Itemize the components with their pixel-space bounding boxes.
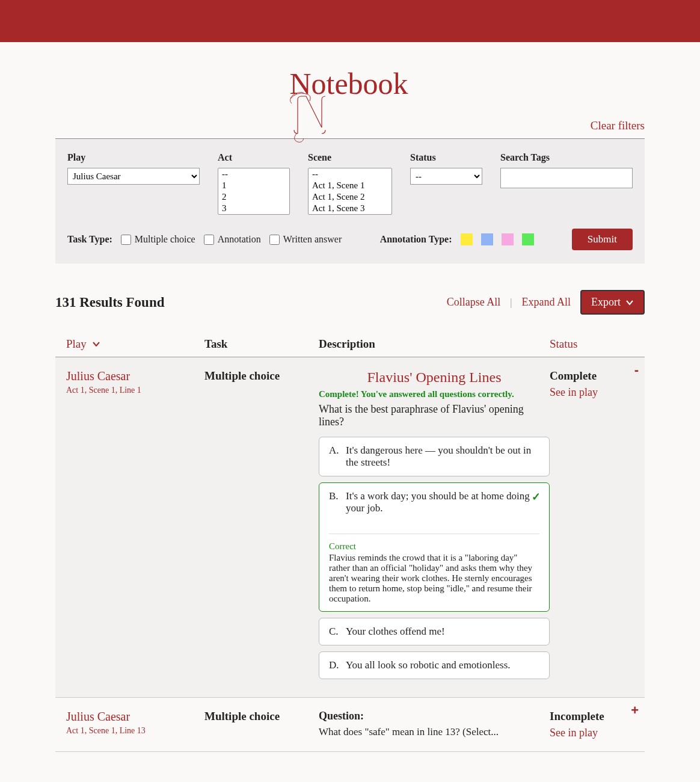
table-header: Play Task Description Status [55, 331, 645, 357]
act-filter-select[interactable]: -- 1 2 3 [218, 168, 290, 215]
row-play-name[interactable]: Julius Caesar [66, 710, 204, 724]
mc-option-c[interactable]: C. Your clothes offend me! [319, 618, 550, 645]
question-label: Question: [319, 710, 550, 722]
task-type-written-checkbox[interactable]: Written answer [269, 234, 342, 245]
top-banner [0, 0, 700, 42]
task-type-mc-checkbox[interactable]: Multiple choice [121, 234, 195, 245]
mc-title: Flavius' Opening Lines [319, 369, 550, 386]
scene-filter-label: Scene [308, 152, 392, 163]
mc-option-d[interactable]: D. You all look so robotic and emotionle… [319, 651, 550, 679]
column-header-play[interactable]: Play [66, 337, 204, 351]
export-button[interactable]: Export [580, 290, 645, 315]
row-collapse-button[interactable]: - [634, 362, 639, 378]
status-filter-label: Status [410, 152, 482, 163]
collapse-all-button[interactable]: Collapse All [447, 296, 501, 309]
row-play-location: Act 1, Scene 1, Line 13 [66, 726, 204, 736]
play-filter-label: Play [67, 152, 200, 163]
row-expand-button[interactable]: + [631, 703, 639, 718]
status-filter-select[interactable]: -- [410, 168, 482, 185]
chevron-down-icon [92, 340, 100, 348]
column-header-task: Task [204, 337, 319, 351]
expand-all-button[interactable]: Expand All [522, 296, 571, 309]
tags-input[interactable] [500, 168, 633, 188]
results-count: 131 Results Found [55, 295, 164, 310]
column-header-description: Description [319, 337, 550, 351]
act-filter-label: Act [218, 152, 290, 163]
scene-filter-select[interactable]: -- Act 1, Scene 1 Act 1, Scene 2 Act 1, … [308, 168, 392, 215]
annotation-color-yellow[interactable] [461, 233, 473, 245]
page-title: Notebook [55, 42, 645, 119]
correct-label: Correct [329, 541, 539, 552]
row-status: Incomplete [550, 710, 634, 723]
see-in-play-link[interactable]: See in play [550, 386, 634, 399]
annotation-color-pink[interactable] [502, 233, 514, 245]
play-filter-select[interactable]: Julius Caesar [67, 168, 200, 185]
annotation-type-label: Annotation Type: [380, 234, 452, 245]
result-row: + Julius Caesar Act 1, Scene 1, Line 13 … [55, 698, 645, 752]
separator: | [510, 297, 512, 308]
row-task-type: Multiple choice [204, 369, 319, 685]
mc-explanation: Flavius reminds the crowd that it is a "… [329, 553, 539, 604]
mc-question: What is the best paraphrase of Flavius' … [319, 403, 550, 428]
column-header-status[interactable]: Status [550, 337, 634, 351]
row-task-type: Multiple choice [204, 710, 319, 739]
submit-filters-button[interactable]: Submit [572, 229, 633, 250]
row-play-name[interactable]: Julius Caesar [66, 369, 204, 383]
question-preview: What does "safe" mean in line 13? (Selec… [319, 726, 550, 738]
mc-option-b[interactable]: B. It's a work day; you should be at hom… [319, 482, 550, 612]
mc-option-a[interactable]: A. It's dangerous here — you shouldn't b… [319, 437, 550, 476]
check-icon: ✓ [532, 490, 541, 503]
row-status: Complete [550, 369, 634, 383]
task-type-label: Task Type: [67, 234, 112, 245]
result-row: - Julius Caesar Act 1, Scene 1, Line 1 M… [55, 357, 645, 698]
tags-filter-label: Search Tags [500, 152, 633, 163]
annotation-color-blue[interactable] [481, 233, 493, 245]
filter-panel: Play Julius Caesar Act -- 1 2 3 Scene -- [55, 138, 645, 263]
see-in-play-link[interactable]: See in play [550, 727, 634, 739]
row-play-location: Act 1, Scene 1, Line 1 [66, 386, 204, 395]
clear-filters-button[interactable]: Clear filters [591, 119, 645, 132]
mc-complete-message: Complete! You've answered all questions … [319, 389, 550, 399]
task-type-annotation-checkbox[interactable]: Annotation [204, 234, 261, 245]
chevron-down-icon [625, 298, 634, 307]
annotation-color-green[interactable] [522, 233, 534, 245]
